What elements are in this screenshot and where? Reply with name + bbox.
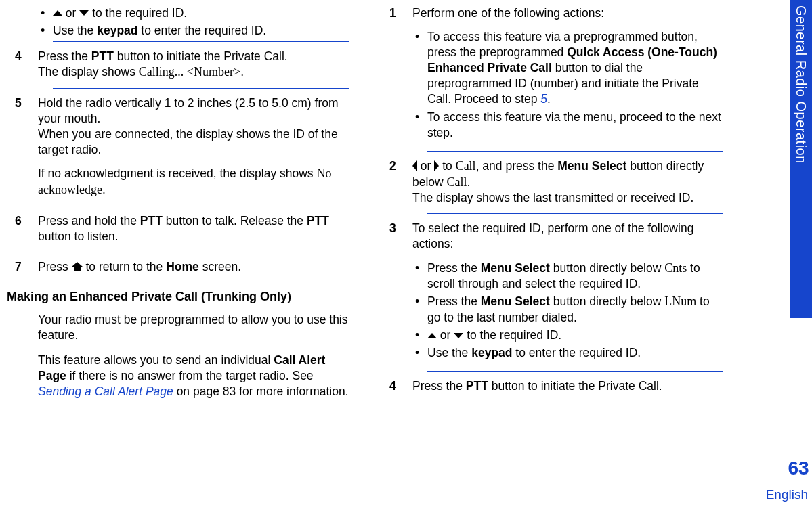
text-bold: Menu Select xyxy=(481,261,550,275)
step-1: 1 Perform one of the following actions: … xyxy=(389,3,723,150)
paragraph: This feature allows you to send an indiv… xyxy=(38,353,349,399)
language-label: English xyxy=(766,486,808,503)
text: To select the required ID, perform one o… xyxy=(412,221,723,252)
display-text: Calling... <Number> xyxy=(139,65,240,79)
text: button directly below xyxy=(550,294,664,308)
step3-bullets-continued: or to the required ID. Use the keypad to… xyxy=(15,5,349,39)
text: Hold the radio vertically 1 to 2 inches … xyxy=(38,95,349,127)
text: The display shows the last transmitted o… xyxy=(412,191,693,204)
paragraph: Your radio must be preprogrammed to allo… xyxy=(38,312,349,343)
text: to the required ID. xyxy=(89,6,187,20)
step-number: 4 xyxy=(15,49,38,81)
text: button to listen. xyxy=(38,229,119,243)
display-text: Call xyxy=(447,175,467,189)
text-bold: PTT xyxy=(91,49,114,63)
text: Press and hold the xyxy=(38,214,140,227)
step-3: 3 To select the required ID, perform one… xyxy=(389,218,723,370)
text: screen. xyxy=(199,260,241,273)
text: . xyxy=(240,65,244,79)
text: on page 83 for more information. xyxy=(173,384,349,398)
text-bold: PTT xyxy=(140,214,163,227)
step-body: Press to return to the Home screen. xyxy=(38,259,349,275)
text: . xyxy=(102,183,106,196)
left-column: or to the required ID. Use the keypad to… xyxy=(0,0,369,507)
step-number: 7 xyxy=(15,259,38,275)
left-icon xyxy=(412,160,417,171)
step-body: Press the PTT button to initiate the Pri… xyxy=(38,49,349,81)
divider xyxy=(53,88,349,89)
text-bold: PTT xyxy=(307,214,329,227)
list-item: or to the required ID. xyxy=(38,5,349,21)
text: Press the xyxy=(38,49,91,63)
step-number: 1 xyxy=(389,5,412,144)
down-icon xyxy=(454,333,463,338)
text: if there is no answer from the target ra… xyxy=(66,369,314,382)
text: Press the xyxy=(427,261,481,275)
up-icon xyxy=(427,333,437,338)
text: button directly below xyxy=(550,261,664,275)
list-item: To access this feature via the menu, pro… xyxy=(412,110,723,141)
cross-reference-link[interactable]: 5 xyxy=(540,92,547,106)
text: Perform one of the following actions: xyxy=(412,5,723,21)
text: Use the xyxy=(427,346,471,359)
divider xyxy=(427,371,723,372)
right-column: 1 Perform one of the following actions: … xyxy=(369,0,738,507)
side-tab-label: General Radio Operation xyxy=(792,5,810,164)
text: to xyxy=(439,159,455,173)
text: To access this feature via the menu, pro… xyxy=(427,110,721,139)
step-number: 6 xyxy=(15,213,38,244)
text: . xyxy=(547,92,551,106)
divider xyxy=(53,252,349,252)
step-6: 6 Press and hold the PTT button to talk.… xyxy=(15,211,349,250)
divider xyxy=(427,213,723,214)
text-bold: Menu Select xyxy=(481,294,550,308)
list-item: or to the required ID. xyxy=(412,328,723,343)
text: Press the xyxy=(412,379,466,393)
page-body: or to the required ID. Use the keypad to… xyxy=(0,0,812,507)
list-item: Use the keypad to enter the required ID. xyxy=(412,345,723,361)
text-bold: Home xyxy=(166,260,199,273)
step-body: or to Call, and press the Menu Select bu… xyxy=(412,158,723,206)
display-text: Call xyxy=(456,159,476,173)
list-item: Use the keypad to enter the required ID. xyxy=(38,23,349,39)
text-block: If no acknowledgment is received, the di… xyxy=(38,166,349,198)
text: When you are connected, the display show… xyxy=(38,127,349,158)
text: The display shows xyxy=(38,65,139,79)
display-text: Cnts xyxy=(664,261,687,275)
divider xyxy=(427,151,723,152)
text-bold: keypad xyxy=(471,346,512,359)
divider xyxy=(53,41,349,42)
step-number: 5 xyxy=(15,95,38,198)
text-bold: PTT xyxy=(466,379,488,393)
text: to enter the required ID. xyxy=(138,24,267,37)
step-body: Press the PTT button to initiate the Pri… xyxy=(412,378,723,394)
step-4: 4 Press the PTT button to initiate the P… xyxy=(15,46,349,87)
step-7: 7 Press to return to the Home screen. xyxy=(15,257,349,281)
step-body: To select the required ID, perform one o… xyxy=(412,221,723,363)
down-icon xyxy=(79,10,89,16)
text: or xyxy=(437,328,454,342)
list-item: To access this feature via a preprogramm… xyxy=(412,29,723,107)
text: button to initiate the Private Call. xyxy=(488,379,662,393)
section-heading: Making an Enhanced Private Call (Trunkin… xyxy=(7,289,349,305)
step-number: 4 xyxy=(389,378,412,394)
page-number: 63 xyxy=(785,456,812,481)
cross-reference-link[interactable]: Sending a Call Alert Page xyxy=(38,384,173,398)
step-4: 4 Press the PTT button to initiate the P… xyxy=(389,376,723,400)
step-body: Perform one of the following actions: To… xyxy=(412,5,723,144)
text: to enter the required ID. xyxy=(513,346,641,359)
text: button to talk. Release the xyxy=(163,214,307,227)
text: to the required ID. xyxy=(463,328,561,342)
text: , and press the xyxy=(476,159,558,173)
text: or xyxy=(417,159,434,173)
display-text: LNum xyxy=(664,294,696,308)
text: to return to the xyxy=(83,260,167,273)
text: Press xyxy=(38,260,72,273)
text-bold: Menu Select xyxy=(557,159,626,173)
step-number: 3 xyxy=(389,221,412,363)
text: or xyxy=(62,6,79,20)
home-icon xyxy=(72,262,83,271)
step-2: 2 or to Call, and press the Menu Select … xyxy=(389,156,723,213)
step-body: Press and hold the PTT button to talk. R… xyxy=(38,213,349,244)
up-icon xyxy=(53,10,62,16)
